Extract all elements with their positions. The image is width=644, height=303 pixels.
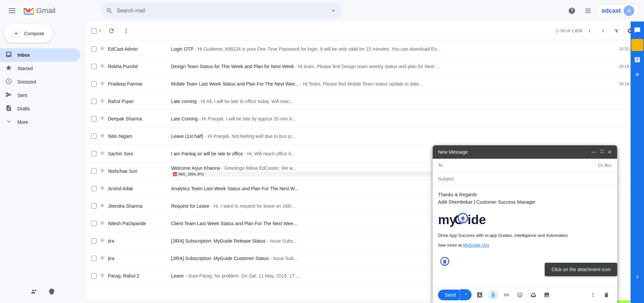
snoozed-icon [5, 78, 12, 86]
star-icon[interactable] [99, 115, 105, 122]
email-checkbox[interactable] [91, 64, 97, 69]
sidebar-item-inbox[interactable]: Inbox [0, 48, 80, 62]
minimize-icon[interactable]: — [591, 149, 597, 155]
email-checkbox[interactable] [91, 151, 97, 156]
select-dropdown-icon[interactable] [97, 28, 103, 34]
apps-icon[interactable] [581, 4, 595, 17]
svg-text:M: M [25, 7, 31, 14]
to-label: To [438, 163, 455, 168]
close-icon[interactable]: ✕ [607, 149, 612, 155]
photo-button[interactable] [541, 290, 552, 300]
send-button[interactable]: Send [438, 290, 463, 300]
right-panel-icon-2[interactable] [631, 54, 643, 66]
help-icon[interactable] [565, 4, 579, 17]
sender-name: jira [108, 238, 168, 244]
email-row[interactable]: EdCast Admin Login OTP - Hi Guideme, 698… [86, 40, 641, 58]
star-icon[interactable] [99, 98, 105, 105]
email-checkbox[interactable] [91, 186, 97, 191]
email-row[interactable]: Rahul Pujari Late coming - Hi All, I wil… [86, 93, 641, 110]
more-options-button[interactable] [120, 25, 132, 37]
right-panel-bottom-icon[interactable] [631, 271, 643, 283]
star-icon[interactable] [99, 63, 105, 70]
more-footer-icon[interactable] [588, 290, 598, 300]
more-icon [5, 118, 12, 127]
email-subject-col: Mobile Team Last Week Status and Plan Fo… [171, 81, 613, 87]
star-icon[interactable] [99, 237, 105, 245]
star-icon[interactable] [99, 202, 105, 210]
topbar: M Gmail edcast A [0, 0, 644, 21]
cc-bcc-label[interactable]: Cc Bcc [598, 163, 612, 168]
select-all-container[interactable] [91, 28, 103, 34]
sidebar-item-more[interactable]: More [0, 115, 80, 129]
sidebar-item-drafts[interactable]: Drafts [0, 102, 80, 115]
refresh-button[interactable] [105, 25, 117, 37]
emoji-button[interactable] [515, 290, 525, 300]
star-icon[interactable] [99, 133, 105, 140]
edcast-logo[interactable]: edcast A [597, 4, 639, 17]
right-panel-icon-1[interactable] [631, 24, 643, 36]
new-message-modal: New Message — ✕ To Cc Bcc Thanks & Regar… [433, 145, 617, 303]
email-row[interactable]: Pradeep Parmar Mobile Team Last Week Sta… [86, 75, 641, 93]
search-dropdown-icon[interactable] [330, 7, 337, 14]
prev-page-button[interactable] [584, 25, 596, 37]
avatar[interactable]: A [624, 5, 634, 16]
star-icon[interactable] [99, 255, 105, 262]
sidebar-item-snoozed[interactable]: Snoozed [0, 75, 80, 89]
svg-text:PDF: PDF [174, 173, 177, 175]
star-icon[interactable] [99, 220, 105, 227]
inbox-icon [5, 51, 12, 59]
formatting-button[interactable] [474, 290, 485, 300]
settings-small-icon[interactable] [46, 286, 58, 298]
menu-icon[interactable] [5, 4, 19, 17]
star-icon[interactable] [99, 150, 105, 157]
sender-name: EdCast Admin [108, 46, 168, 52]
email-checkbox[interactable] [91, 168, 97, 174]
email-checkbox[interactable] [91, 256, 97, 261]
drive-button[interactable] [528, 290, 539, 300]
svg-rect-2 [9, 12, 15, 13]
email-row[interactable]: Deepak Sharma Late Coming - Hi Pranjali,… [86, 110, 641, 128]
compose-label: Compose [24, 31, 44, 36]
subject-input[interactable] [438, 176, 612, 182]
edcast-label: edcast [602, 7, 621, 14]
email-checkbox[interactable] [91, 273, 97, 279]
email-row[interactable]: Rekha Purohit Design Team Status for Thi… [86, 58, 641, 75]
send-dropdown-button[interactable] [460, 289, 472, 300]
modal-header[interactable]: New Message — ✕ [433, 145, 617, 159]
sidebar-item-sent[interactable]: Sent [0, 89, 80, 102]
expand-icon[interactable] [599, 149, 605, 155]
email-checkbox[interactable] [91, 116, 97, 121]
star-icon[interactable] [99, 80, 105, 88]
contacts-icon[interactable] [28, 286, 40, 298]
search-bar[interactable] [101, 3, 342, 19]
email-checkbox[interactable] [91, 99, 97, 104]
email-checkbox[interactable] [91, 46, 97, 52]
email-checkbox[interactable] [91, 238, 97, 244]
compose-button[interactable]: Compose [4, 24, 52, 43]
star-icon[interactable] [99, 272, 105, 280]
star-icon[interactable] [99, 45, 105, 53]
sender-name: Pradeep Parmar [108, 81, 168, 87]
attachment-button[interactable] [488, 290, 498, 300]
delete-draft-button[interactable] [601, 290, 612, 300]
email-checkbox[interactable] [91, 203, 97, 209]
select-all-checkbox[interactable] [91, 28, 97, 34]
sender-name: jira [108, 256, 168, 261]
email-checkbox[interactable] [91, 134, 97, 139]
sidebar-item-starred[interactable]: Starred [0, 62, 80, 75]
link-button[interactable] [501, 290, 512, 300]
right-panel-add-icon[interactable] [631, 68, 643, 81]
next-page-button[interactable] [597, 25, 609, 37]
email-row[interactable]: Nitin Nigam Leave (1st half) - Hi Pranja… [86, 128, 641, 145]
layout-button[interactable] [610, 25, 623, 37]
email-checkbox[interactable] [91, 81, 97, 87]
svg-text:ide: ide [468, 213, 486, 227]
email-checkbox[interactable] [91, 221, 97, 226]
star-icon[interactable] [99, 185, 105, 192]
to-input[interactable] [455, 163, 598, 168]
sender-name: Nishchae Suri [108, 168, 168, 174]
star-icon[interactable] [99, 167, 105, 175]
right-panel-yellow-badge[interactable] [631, 39, 643, 51]
myguide-link[interactable]: MyGuide Org [463, 243, 489, 248]
search-input[interactable] [117, 8, 326, 14]
